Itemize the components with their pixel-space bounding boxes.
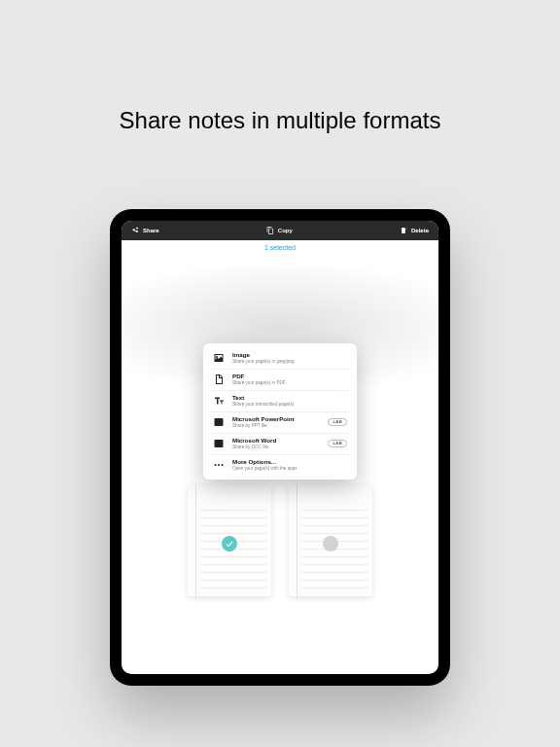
delete-label: Delete (411, 228, 429, 233)
svg-rect-0 (215, 418, 224, 426)
text-icon (213, 395, 225, 407)
pdf-icon (213, 374, 225, 385)
copy-label: Copy (278, 228, 293, 233)
menu-item-pdf[interactable]: PDF Share your page(s) in PDF. (203, 369, 357, 390)
svg-point-4 (222, 464, 224, 466)
menu-item-subtitle: Open your page(s) with the apps (232, 466, 347, 472)
menu-item-subtitle: Share your transcribed page(s) (232, 402, 347, 408)
word-icon (213, 438, 225, 449)
menu-item-more[interactable]: More Options... Open your page(s) with t… (203, 454, 357, 476)
selection-check-icon[interactable] (222, 536, 237, 551)
svg-point-3 (218, 464, 220, 466)
menu-item-title: PDF (232, 373, 347, 379)
share-label: Share (143, 228, 159, 233)
menu-item-title: More Options... (232, 458, 347, 465)
copy-button[interactable]: Copy (266, 227, 293, 234)
selection-count: 1 selected (122, 240, 438, 255)
menu-item-powerpoint[interactable]: Microsoft PowerPoint Share by PPT file L… (203, 411, 357, 433)
menu-item-title: Text (232, 394, 347, 401)
tablet-screen: Share Copy Delete 1 selected (122, 221, 438, 674)
tablet-frame: Share Copy Delete 1 selected (110, 209, 450, 686)
trash-icon (400, 227, 407, 234)
delete-button[interactable]: Delete (400, 227, 429, 234)
copy-icon (266, 227, 274, 234)
note-grid (188, 485, 372, 596)
menu-item-subtitle: Share by PPT file (232, 423, 320, 429)
lab-badge: LAB (328, 440, 347, 447)
share-button[interactable]: Share (131, 227, 159, 234)
marketing-headline: Share notes in multiple formats (0, 107, 560, 134)
more-icon (213, 459, 225, 471)
menu-item-subtitle: Share your page(s) in jpeg/png. (232, 359, 347, 365)
svg-rect-1 (215, 440, 224, 447)
image-icon (213, 352, 225, 364)
note-thumbnail[interactable] (188, 485, 271, 596)
share-format-menu: Image Share your page(s) in jpeg/png. PD… (203, 343, 357, 480)
menu-item-title: Microsoft PowerPoint (232, 415, 320, 422)
menu-item-text[interactable]: Text Share your transcribed page(s) (203, 390, 357, 411)
action-toolbar: Share Copy Delete (122, 221, 438, 240)
menu-item-title: Image (232, 351, 347, 358)
menu-item-subtitle: Share your page(s) in PDF. (232, 380, 347, 386)
lab-badge: LAB (328, 418, 347, 426)
share-icon (131, 227, 139, 234)
powerpoint-icon (213, 416, 225, 428)
svg-point-2 (215, 464, 217, 466)
menu-item-subtitle: Share by DOC file (232, 445, 320, 450)
menu-item-word[interactable]: Microsoft Word Share by DOC file LAB (203, 433, 357, 454)
selection-check-icon[interactable] (323, 536, 338, 551)
menu-item-title: Microsoft Word (232, 437, 320, 444)
note-thumbnail[interactable] (289, 485, 372, 596)
menu-item-image[interactable]: Image Share your page(s) in jpeg/png. (203, 347, 357, 369)
